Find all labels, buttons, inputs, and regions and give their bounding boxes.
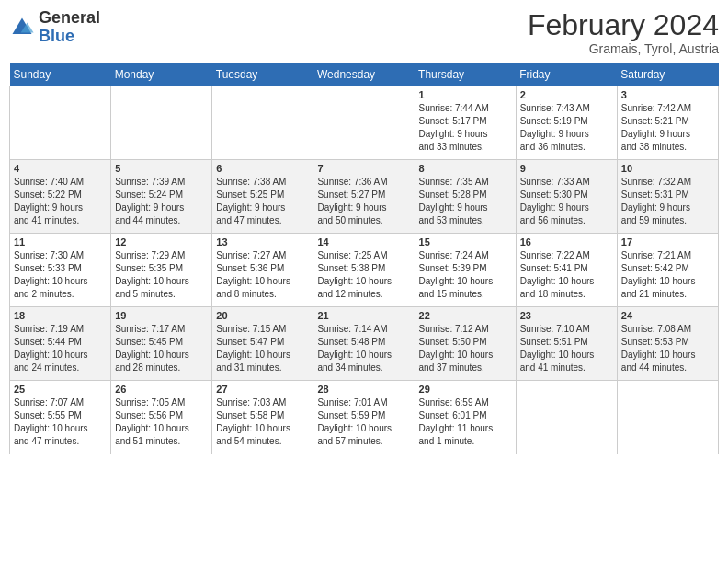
- day-number: 23: [520, 310, 613, 321]
- calendar-cell: 21Sunrise: 7:14 AM Sunset: 5:48 PM Dayli…: [313, 307, 415, 381]
- day-number: 20: [216, 310, 309, 321]
- week-row-2: 4Sunrise: 7:40 AM Sunset: 5:22 PM Daylig…: [10, 160, 719, 234]
- weekday-friday: Friday: [516, 63, 617, 86]
- calendar-cell: 14Sunrise: 7:25 AM Sunset: 5:38 PM Dayli…: [313, 234, 415, 307]
- day-info: Sunrise: 7:05 AM Sunset: 5:56 PM Dayligh…: [115, 396, 208, 448]
- calendar-cell: 4Sunrise: 7:40 AM Sunset: 5:22 PM Daylig…: [10, 160, 111, 234]
- day-number: 29: [419, 384, 512, 395]
- day-number: 10: [621, 163, 714, 174]
- calendar-cell: 8Sunrise: 7:35 AM Sunset: 5:28 PM Daylig…: [415, 160, 516, 234]
- weekday-sunday: Sunday: [10, 63, 111, 86]
- calendar-cell: 9Sunrise: 7:33 AM Sunset: 5:30 PM Daylig…: [516, 160, 617, 234]
- title-block: February 2024 Gramais, Tyrol, Austria: [528, 9, 719, 56]
- week-row-3: 11Sunrise: 7:30 AM Sunset: 5:33 PM Dayli…: [10, 234, 719, 307]
- day-number: 18: [14, 310, 107, 321]
- day-number: 13: [216, 236, 309, 247]
- calendar-cell: 19Sunrise: 7:17 AM Sunset: 5:45 PM Dayli…: [111, 307, 212, 381]
- calendar-cell: 26Sunrise: 7:05 AM Sunset: 5:56 PM Dayli…: [111, 381, 212, 454]
- day-info: Sunrise: 7:35 AM Sunset: 5:28 PM Dayligh…: [419, 176, 512, 227]
- day-number: 12: [115, 236, 208, 247]
- calendar-cell: 28Sunrise: 7:01 AM Sunset: 5:59 PM Dayli…: [313, 381, 415, 454]
- calendar-cell: 13Sunrise: 7:27 AM Sunset: 5:36 PM Dayli…: [212, 234, 313, 307]
- calendar-cell: 5Sunrise: 7:39 AM Sunset: 5:24 PM Daylig…: [111, 160, 212, 234]
- day-info: Sunrise: 7:22 AM Sunset: 5:41 PM Dayligh…: [520, 249, 613, 301]
- day-info: Sunrise: 7:27 AM Sunset: 5:36 PM Dayligh…: [216, 249, 309, 301]
- day-number: 21: [317, 310, 410, 321]
- day-info: Sunrise: 7:24 AM Sunset: 5:39 PM Dayligh…: [419, 249, 512, 301]
- calendar-cell: 25Sunrise: 7:07 AM Sunset: 5:55 PM Dayli…: [10, 381, 111, 454]
- calendar-cell: 15Sunrise: 7:24 AM Sunset: 5:39 PM Dayli…: [415, 234, 516, 307]
- day-number: 1: [419, 89, 512, 100]
- month-year-title: February 2024: [528, 9, 719, 41]
- day-info: Sunrise: 7:01 AM Sunset: 5:59 PM Dayligh…: [317, 396, 410, 448]
- day-number: 8: [419, 163, 512, 174]
- logo: General Blue: [9, 9, 100, 46]
- calendar-cell: 6Sunrise: 7:38 AM Sunset: 5:25 PM Daylig…: [212, 160, 313, 234]
- day-number: 9: [520, 163, 613, 174]
- day-number: 2: [520, 89, 613, 100]
- calendar-cell: 10Sunrise: 7:32 AM Sunset: 5:31 PM Dayli…: [617, 160, 718, 234]
- logo-icon: [9, 15, 35, 40]
- day-number: 11: [14, 236, 107, 247]
- calendar-cell: 12Sunrise: 7:29 AM Sunset: 5:35 PM Dayli…: [111, 234, 212, 307]
- day-number: 3: [621, 89, 714, 100]
- calendar-cell: 11Sunrise: 7:30 AM Sunset: 5:33 PM Dayli…: [10, 234, 111, 307]
- day-info: Sunrise: 7:14 AM Sunset: 5:48 PM Dayligh…: [317, 323, 410, 374]
- calendar-cell: 3Sunrise: 7:42 AM Sunset: 5:21 PM Daylig…: [617, 86, 718, 160]
- day-number: 26: [115, 384, 208, 395]
- day-number: 15: [419, 236, 512, 247]
- calendar-cell: 29Sunrise: 6:59 AM Sunset: 6:01 PM Dayli…: [415, 381, 516, 454]
- day-number: 14: [317, 236, 410, 247]
- weekday-tuesday: Tuesday: [212, 63, 313, 86]
- page-header: General Blue February 2024 Gramais, Tyro…: [9, 9, 719, 56]
- calendar-cell: 16Sunrise: 7:22 AM Sunset: 5:41 PM Dayli…: [516, 234, 617, 307]
- day-info: Sunrise: 7:30 AM Sunset: 5:33 PM Dayligh…: [14, 249, 107, 301]
- day-info: Sunrise: 7:39 AM Sunset: 5:24 PM Dayligh…: [115, 176, 208, 227]
- calendar-cell: 20Sunrise: 7:15 AM Sunset: 5:47 PM Dayli…: [212, 307, 313, 381]
- calendar-cell: 23Sunrise: 7:10 AM Sunset: 5:51 PM Dayli…: [516, 307, 617, 381]
- logo-blue-text: Blue: [39, 27, 74, 45]
- calendar-cell: 18Sunrise: 7:19 AM Sunset: 5:44 PM Dayli…: [10, 307, 111, 381]
- day-info: Sunrise: 6:59 AM Sunset: 6:01 PM Dayligh…: [419, 396, 512, 448]
- calendar-cell: [313, 86, 415, 160]
- day-number: 4: [14, 163, 107, 174]
- day-info: Sunrise: 7:21 AM Sunset: 5:42 PM Dayligh…: [621, 249, 714, 301]
- day-number: 16: [520, 236, 613, 247]
- calendar-cell: [516, 381, 617, 454]
- day-info: Sunrise: 7:44 AM Sunset: 5:17 PM Dayligh…: [419, 102, 512, 154]
- calendar-cell: 22Sunrise: 7:12 AM Sunset: 5:50 PM Dayli…: [415, 307, 516, 381]
- day-info: Sunrise: 7:32 AM Sunset: 5:31 PM Dayligh…: [621, 176, 714, 227]
- day-number: 24: [621, 310, 714, 321]
- day-number: 17: [621, 236, 714, 247]
- day-number: 6: [216, 163, 309, 174]
- day-info: Sunrise: 7:42 AM Sunset: 5:21 PM Dayligh…: [621, 102, 714, 154]
- day-info: Sunrise: 7:36 AM Sunset: 5:27 PM Dayligh…: [317, 176, 410, 227]
- weekday-saturday: Saturday: [617, 63, 718, 86]
- weekday-wednesday: Wednesday: [313, 63, 415, 86]
- day-info: Sunrise: 7:33 AM Sunset: 5:30 PM Dayligh…: [520, 176, 613, 227]
- day-info: Sunrise: 7:07 AM Sunset: 5:55 PM Dayligh…: [14, 396, 107, 448]
- calendar-table: SundayMondayTuesdayWednesdayThursdayFrid…: [9, 63, 719, 454]
- day-info: Sunrise: 7:25 AM Sunset: 5:38 PM Dayligh…: [317, 249, 410, 301]
- weekday-header-row: SundayMondayTuesdayWednesdayThursdayFrid…: [10, 63, 719, 86]
- day-info: Sunrise: 7:12 AM Sunset: 5:50 PM Dayligh…: [419, 323, 512, 374]
- day-info: Sunrise: 7:03 AM Sunset: 5:58 PM Dayligh…: [216, 396, 309, 448]
- day-number: 5: [115, 163, 208, 174]
- week-row-1: 1Sunrise: 7:44 AM Sunset: 5:17 PM Daylig…: [10, 86, 719, 160]
- day-info: Sunrise: 7:38 AM Sunset: 5:25 PM Dayligh…: [216, 176, 309, 227]
- day-number: 25: [14, 384, 107, 395]
- day-info: Sunrise: 7:19 AM Sunset: 5:44 PM Dayligh…: [14, 323, 107, 374]
- weekday-thursday: Thursday: [415, 63, 516, 86]
- day-number: 22: [419, 310, 512, 321]
- calendar-cell: 1Sunrise: 7:44 AM Sunset: 5:17 PM Daylig…: [415, 86, 516, 160]
- day-number: 27: [216, 384, 309, 395]
- week-row-5: 25Sunrise: 7:07 AM Sunset: 5:55 PM Dayli…: [10, 381, 719, 454]
- week-row-4: 18Sunrise: 7:19 AM Sunset: 5:44 PM Dayli…: [10, 307, 719, 381]
- day-number: 7: [317, 163, 410, 174]
- location-subtitle: Gramais, Tyrol, Austria: [528, 41, 719, 56]
- day-number: 19: [115, 310, 208, 321]
- calendar-cell: [212, 86, 313, 160]
- calendar-cell: [10, 86, 111, 160]
- logo-general-text: General: [39, 8, 100, 27]
- calendar-cell: 17Sunrise: 7:21 AM Sunset: 5:42 PM Dayli…: [617, 234, 718, 307]
